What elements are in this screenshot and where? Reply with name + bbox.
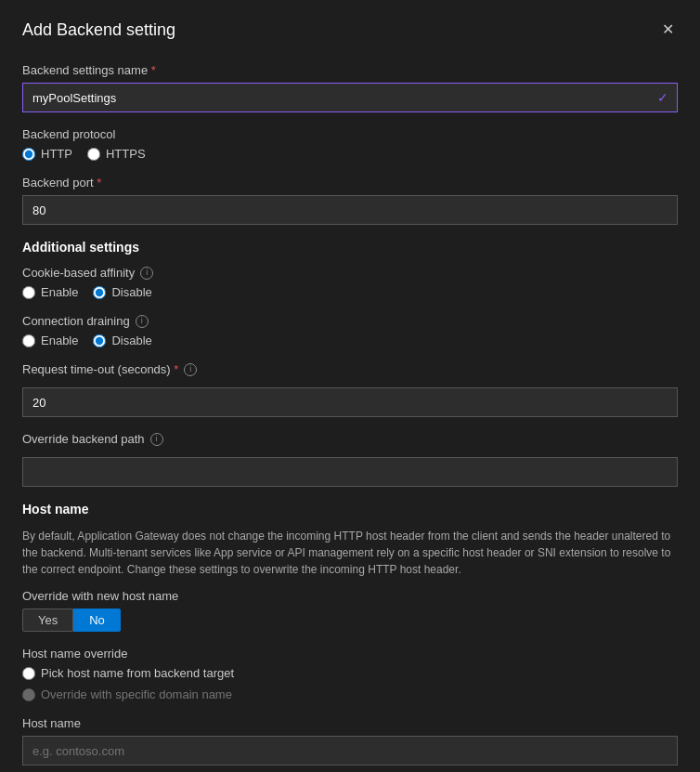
cookie-affinity-enable-radio[interactable]: [22, 286, 35, 299]
host-name-section: Host name By default, Application Gatewa…: [22, 502, 678, 772]
additional-settings-section: Additional settings Cookie-based affinit…: [22, 240, 678, 487]
connection-draining-label: Connection draining: [22, 314, 130, 328]
backend-settings-name-section: Backend settings name ✓: [22, 63, 678, 112]
add-backend-setting-modal: Add Backend setting ✕ Backend settings n…: [0, 0, 700, 772]
cookie-affinity-disable-option[interactable]: Disable: [93, 285, 151, 299]
override-with-specific-domain-label: Override with specific domain name: [41, 687, 232, 701]
pick-host-from-backend-option[interactable]: Pick host name from backend target: [22, 666, 678, 680]
backend-settings-name-input-wrapper: ✓: [22, 83, 678, 112]
override-with-specific-domain-option[interactable]: Override with specific domain name: [22, 687, 678, 701]
toggle-no-button[interactable]: No: [73, 608, 121, 632]
backend-port-section: Backend port: [22, 176, 678, 225]
override-backend-path-input[interactable]: [22, 457, 678, 487]
override-with-specific-domain-radio[interactable]: [22, 688, 35, 701]
host-name-label: Host name: [22, 716, 678, 730]
request-timeout-label: Request time-out (seconds): [22, 362, 178, 376]
pick-host-from-backend-radio[interactable]: [22, 667, 35, 680]
host-name-input-section: Host name: [22, 716, 678, 765]
override-backend-path-info-icon: i: [150, 433, 163, 446]
cookie-affinity-enable-option[interactable]: Enable: [22, 285, 78, 299]
protocol-https-radio[interactable]: [87, 148, 100, 161]
backend-port-label: Backend port: [22, 176, 678, 190]
override-backend-path-label-row: Override backend path i: [22, 432, 678, 446]
connection-draining-label-row: Connection draining i: [22, 314, 678, 328]
cookie-affinity-info-icon: i: [140, 267, 153, 280]
additional-settings-heading: Additional settings: [22, 240, 678, 255]
modal-header: Add Backend setting ✕: [22, 19, 678, 41]
host-name-input[interactable]: [22, 736, 678, 765]
backend-protocol-label: Backend protocol: [22, 127, 678, 141]
connection-draining-disable-label: Disable: [111, 334, 151, 347]
override-host-name-section: Override with new host name Yes No: [22, 589, 678, 632]
connection-draining-info-icon: i: [136, 315, 149, 328]
cookie-affinity-label-row: Cookie-based affinity i: [22, 266, 678, 280]
connection-draining-enable-radio[interactable]: [22, 334, 35, 347]
override-host-name-toggle-group: Yes No: [22, 608, 678, 632]
backend-settings-name-input[interactable]: [22, 83, 678, 112]
modal-title: Add Backend setting: [22, 20, 175, 40]
backend-port-input[interactable]: [22, 195, 678, 225]
override-backend-path-label: Override backend path: [22, 432, 145, 446]
protocol-http-option[interactable]: HTTP: [22, 147, 72, 161]
request-timeout-section: Request time-out (seconds) i: [22, 362, 678, 417]
backend-settings-name-label: Backend settings name: [22, 63, 678, 77]
host-name-override-radio-group: Pick host name from backend target Overr…: [22, 666, 678, 701]
cookie-affinity-section: Cookie-based affinity i Enable Disable: [22, 266, 678, 299]
protocol-https-label: HTTPS: [106, 147, 146, 161]
toggle-yes-button[interactable]: Yes: [22, 608, 73, 632]
protocol-http-label: HTTP: [41, 147, 72, 161]
connection-draining-enable-label: Enable: [41, 334, 78, 347]
backend-protocol-section: Backend protocol HTTP HTTPS: [22, 127, 678, 161]
cookie-affinity-disable-label: Disable: [111, 285, 151, 299]
protocol-https-option[interactable]: HTTPS: [87, 147, 146, 161]
connection-draining-radio-group: Enable Disable: [22, 334, 678, 347]
close-button[interactable]: ✕: [658, 19, 678, 41]
connection-draining-enable-option[interactable]: Enable: [22, 334, 78, 347]
request-timeout-label-row: Request time-out (seconds) i: [22, 362, 678, 376]
host-name-override-label: Host name override: [22, 647, 678, 661]
cookie-affinity-radio-group: Enable Disable: [22, 285, 678, 299]
protocol-http-radio[interactable]: [22, 148, 35, 161]
request-timeout-input[interactable]: [22, 387, 678, 417]
host-name-desc: By default, Application Gateway does not…: [22, 528, 678, 578]
backend-protocol-radio-group: HTTP HTTPS: [22, 147, 678, 161]
pick-host-from-backend-label: Pick host name from backend target: [41, 666, 234, 680]
check-icon: ✓: [657, 90, 668, 105]
host-name-override-section: Host name override Pick host name from b…: [22, 647, 678, 701]
connection-draining-disable-radio[interactable]: [93, 334, 106, 347]
cookie-affinity-label: Cookie-based affinity: [22, 266, 135, 280]
override-backend-path-section: Override backend path i: [22, 432, 678, 487]
connection-draining-section: Connection draining i Enable Disable: [22, 314, 678, 347]
cookie-affinity-enable-label: Enable: [41, 285, 78, 299]
connection-draining-disable-option[interactable]: Disable: [93, 334, 151, 347]
host-name-heading: Host name: [22, 502, 678, 517]
cookie-affinity-disable-radio[interactable]: [93, 286, 106, 299]
override-host-name-label: Override with new host name: [22, 589, 678, 603]
request-timeout-info-icon: i: [184, 363, 197, 376]
